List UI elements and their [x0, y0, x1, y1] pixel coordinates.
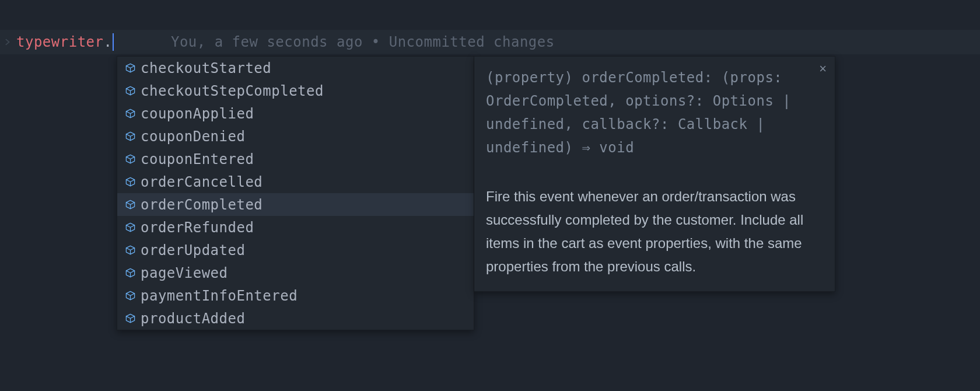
suggest-item-label: couponDenied	[141, 128, 245, 145]
method-icon	[124, 131, 136, 142]
suggest-item-label: orderCompleted	[141, 197, 262, 213]
suggest-item[interactable]: checkoutStepCompleted	[117, 79, 474, 102]
method-icon	[124, 108, 136, 120]
code-dot: .	[104, 34, 112, 50]
suggest-item[interactable]: checkoutStarted	[117, 57, 474, 79]
suggest-item-label: orderCancelled	[141, 174, 262, 190]
method-icon	[124, 62, 136, 74]
suggest-item[interactable]: couponDenied	[117, 125, 474, 148]
suggest-item-label: couponApplied	[141, 106, 254, 122]
suggest-item[interactable]: orderCancelled	[117, 170, 474, 193]
suggest-item[interactable]: orderRefunded	[117, 216, 474, 239]
suggest-item-label: paymentInfoEntered	[141, 288, 298, 304]
method-icon	[124, 199, 136, 211]
text-cursor	[113, 33, 114, 51]
suggest-item[interactable]: productAdded	[117, 307, 474, 330]
suggest-item[interactable]: paymentInfoEntered	[117, 284, 474, 307]
intellisense-popup: checkoutStarted checkoutStepCompleted co…	[117, 56, 835, 330]
close-icon[interactable]: ×	[819, 62, 827, 75]
git-blame-annotation: You, a few seconds ago • Uncommitted cha…	[171, 34, 555, 50]
suggest-list[interactable]: checkoutStarted checkoutStepCompleted co…	[117, 56, 474, 330]
doc-description: Fire this event whenever an order/transa…	[486, 185, 823, 278]
suggest-item-label: checkoutStarted	[141, 60, 271, 76]
method-icon	[124, 245, 136, 256]
method-icon	[124, 290, 136, 302]
chevron-right-icon	[2, 36, 13, 48]
documentation-panel: × (property) orderCompleted: (props: Ord…	[474, 56, 835, 292]
suggest-item-label: checkoutStepCompleted	[141, 83, 324, 99]
method-icon	[124, 153, 136, 165]
suggest-item[interactable]: couponApplied	[117, 102, 474, 125]
method-icon	[124, 267, 136, 279]
suggest-item-label: orderRefunded	[141, 219, 254, 236]
method-icon	[124, 176, 136, 188]
suggest-item-label: productAdded	[141, 310, 245, 327]
suggest-item[interactable]: orderCompleted	[117, 193, 474, 216]
method-icon	[124, 222, 136, 233]
doc-signature: (property) orderCompleted: (props: Order…	[486, 66, 823, 159]
suggest-item-label: orderUpdated	[141, 242, 245, 259]
editor-line[interactable]: typewriter. You, a few seconds ago • Unc…	[0, 30, 980, 54]
method-icon	[124, 313, 136, 324]
suggest-item-label: pageViewed	[141, 265, 228, 281]
suggest-item[interactable]: pageViewed	[117, 261, 474, 284]
suggest-item[interactable]: couponEntered	[117, 148, 474, 170]
code-identifier: typewriter	[16, 34, 104, 50]
method-icon	[124, 85, 136, 97]
suggest-item[interactable]: orderUpdated	[117, 239, 474, 261]
suggest-item-label: couponEntered	[141, 151, 254, 167]
